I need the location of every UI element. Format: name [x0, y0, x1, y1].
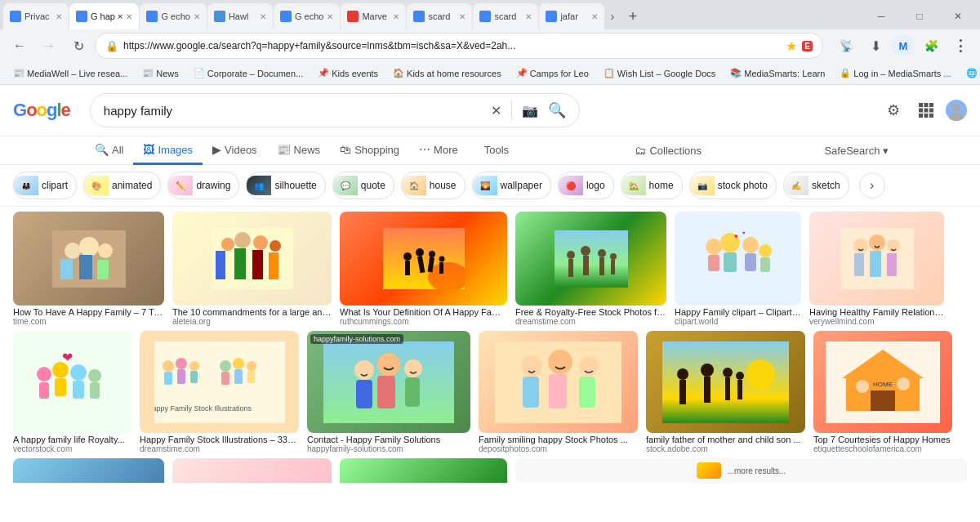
svg-point-104	[677, 368, 688, 380]
close-icon[interactable]: ✕	[126, 12, 132, 21]
bookmark-kids-events[interactable]: 📌 Kids events	[311, 66, 385, 80]
tab-videos[interactable]: ▶ Videos	[203, 136, 267, 165]
back-button[interactable]: ←	[7, 33, 33, 59]
svg-point-97	[548, 350, 572, 374]
filter-next-button[interactable]: ›	[859, 172, 885, 199]
maximize-button[interactable]: □	[901, 3, 938, 29]
filter-chip-animated[interactable]: 🎨 animated	[83, 172, 161, 199]
search-input[interactable]	[104, 104, 484, 118]
downloads-icon[interactable]: ⬇	[862, 33, 889, 59]
bookmark-news[interactable]: 📰 News	[136, 66, 185, 80]
bookmark-corporate[interactable]: 📄 Corporate – Documen...	[187, 66, 310, 80]
user-avatar[interactable]	[946, 100, 967, 121]
tab-images[interactable]: 🖼 Images	[133, 136, 203, 165]
tab-marve[interactable]: Marve ✕	[341, 3, 406, 29]
forward-button[interactable]: →	[36, 33, 62, 59]
svg-point-81	[220, 360, 231, 372]
collections-button[interactable]: 🗂 Collections	[628, 141, 708, 160]
list-item[interactable]: family father of mother and child son ..…	[646, 331, 805, 453]
list-item[interactable]: ♥ ♥ Happy Family clipart – Clipart W... …	[675, 212, 801, 326]
close-icon[interactable]: ✕	[327, 12, 333, 21]
tab-jafar1[interactable]: jafar ✕	[539, 3, 604, 29]
search-submit-icon[interactable]: 🔍	[548, 101, 566, 119]
filter-chip-quote[interactable]: 💬 quote	[332, 172, 394, 199]
filter-chip-logo[interactable]: 🔴 logo	[558, 172, 614, 199]
list-item[interactable]: happyfamily-solutions.com Contact - Happ…	[307, 331, 470, 453]
tab-scard1[interactable]: scard ✕	[407, 3, 472, 29]
filter-chip-drawing[interactable]: ✏️ drawing	[167, 172, 239, 199]
google-apps-icon[interactable]	[913, 97, 939, 123]
list-item[interactable]: Happy Family Stock Illustrations Happy F…	[140, 331, 299, 453]
close-icon[interactable]: ✕	[393, 12, 399, 21]
settings-gear-icon[interactable]: ⚙	[880, 97, 906, 123]
close-icon[interactable]: ✕	[194, 12, 200, 21]
svg-point-44	[610, 253, 617, 260]
list-item[interactable]: ❤ A happy family life Royalty... vectors…	[13, 331, 131, 453]
list-item[interactable]	[340, 458, 507, 483]
tab-tools[interactable]: Tools	[474, 137, 519, 165]
bookmark-mediawell[interactable]: 📰 MediaWell – Live resea...	[7, 66, 134, 80]
svg-rect-107	[704, 377, 710, 403]
filter-chip-wallpaper[interactable]: 🌄 wallpaper	[472, 172, 551, 199]
svg-text:HOME: HOME	[873, 381, 893, 388]
reload-button[interactable]: ↻	[65, 33, 91, 59]
filter-chip-sketch[interactable]: ✍️ sketch	[783, 172, 849, 199]
tab-echo1[interactable]: G echo ✕	[140, 3, 206, 29]
list-item[interactable]: HOME Top 7 Courtesies of Happy Homes eti…	[813, 331, 952, 453]
close-icon[interactable]: ✕	[591, 12, 598, 21]
svg-rect-70	[73, 381, 84, 399]
bookmark-star-icon[interactable]: ★	[786, 38, 797, 54]
bookmark-wishlist[interactable]: 📋 Wish List – Google Docs	[597, 66, 722, 80]
svg-rect-105	[679, 380, 686, 404]
tab-more-tabs[interactable]: ›	[605, 10, 619, 23]
new-tab-button[interactable]: +	[621, 5, 644, 28]
filter-chip-stockphoto[interactable]: 📷 stock photo	[689, 172, 777, 199]
settings-dots-icon[interactable]: ⋮	[947, 33, 973, 59]
camera-search-icon[interactable]: 📷	[522, 103, 538, 118]
close-icon[interactable]: ✕	[525, 12, 532, 21]
tab-all[interactable]: 🔍 All	[85, 136, 133, 165]
google-logo[interactable]: Google	[13, 100, 70, 121]
tab-shopping[interactable]: 🛍 Shopping	[330, 136, 409, 165]
cast-icon[interactable]: 📡	[833, 33, 859, 59]
tab-hawl[interactable]: Hawl ✕	[207, 3, 273, 29]
list-item[interactable]: Free & Royalty-Free Stock Photos from ..…	[515, 212, 666, 326]
tab-more[interactable]: ⋯ More	[409, 136, 468, 165]
tab-scard2[interactable]: scard ✕	[473, 3, 538, 29]
address-input[interactable]	[123, 40, 781, 51]
list-item[interactable]: Having Healthy Family Relationships ... …	[809, 212, 944, 326]
close-window-button[interactable]: ✕	[939, 3, 977, 29]
tab-hap[interactable]: G hap × ✕	[69, 3, 139, 29]
tab-priv[interactable]: Privac ✕	[3, 3, 69, 29]
filter-chip-clipart[interactable]: 👨‍👩‍👧 clipart	[13, 172, 77, 199]
extension-icon[interactable]: E	[802, 41, 813, 51]
bookmark-mediasmart1[interactable]: 📚 MediaSmarts: Learn	[724, 66, 831, 80]
minimize-button[interactable]: ─	[862, 3, 900, 29]
close-icon[interactable]: ✕	[459, 12, 466, 21]
filter-chip-silhouette[interactable]: 👥 silhouette	[246, 172, 325, 199]
safesearch-button[interactable]: SafeSearch ▾	[817, 141, 895, 160]
bookmark-camps[interactable]: 📌 Camps for Leo	[510, 66, 595, 80]
filter-chip-home[interactable]: 🏡 home	[621, 172, 683, 199]
list-item[interactable]: ...more results...	[515, 458, 967, 483]
profile-m-icon[interactable]: M	[892, 34, 915, 57]
svg-rect-80	[190, 371, 198, 383]
filter-chip-house[interactable]: 🏠 house	[401, 172, 466, 199]
list-item[interactable]: The 10 commandments for a large and ... …	[172, 212, 332, 326]
bookmark-kids-home[interactable]: 🏠 Kids at home resources	[386, 66, 508, 80]
close-icon[interactable]: ✕	[56, 12, 62, 21]
close-icon[interactable]: ✕	[260, 12, 266, 21]
clear-search-icon[interactable]: ✕	[491, 103, 501, 118]
tab-news[interactable]: 📰 News	[267, 136, 331, 165]
list-item[interactable]: What Is Your Definition Of A Happy Famil…	[340, 212, 507, 326]
list-item[interactable]: Family smiling happy Stock Photos ... de…	[479, 331, 638, 453]
svg-rect-41	[583, 256, 589, 275]
list-item[interactable]: How To Have A Happy Family – 7 Tips ... …	[13, 212, 164, 326]
bookmark-login[interactable]: 🔒 Log in – MediaSmarts ...	[833, 66, 957, 80]
svg-rect-5	[929, 109, 933, 113]
bookmark-gsites[interactable]: 🌐 Google Sites	[960, 66, 980, 80]
list-item[interactable]	[13, 458, 164, 483]
tab-echo2[interactable]: G echo ✕	[274, 3, 340, 29]
extensions-icon[interactable]: 🧩	[918, 33, 944, 59]
list-item[interactable]	[172, 458, 332, 483]
